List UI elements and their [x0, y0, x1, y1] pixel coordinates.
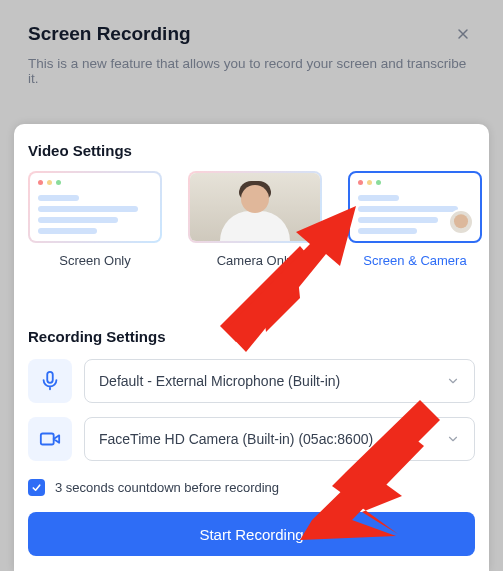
svg-rect-0: [47, 372, 53, 383]
settings-panel: Video Settings Screen Only Camer: [14, 124, 489, 571]
countdown-row: 3 seconds countdown before recording: [28, 479, 475, 496]
screen-camera-thumb: [348, 171, 482, 243]
camera-icon: [39, 428, 61, 450]
chevron-down-icon: [446, 432, 460, 446]
camera-only-thumb: [188, 171, 322, 243]
option-label: Camera Only: [217, 253, 294, 268]
camera-icon-box: [28, 417, 72, 461]
countdown-label: 3 seconds countdown before recording: [55, 480, 279, 495]
option-screen-only[interactable]: Screen Only: [28, 171, 162, 268]
camera-value: FaceTime HD Camera (Built-in) (05ac:8600…: [99, 431, 373, 447]
camera-row: FaceTime HD Camera (Built-in) (05ac:8600…: [28, 417, 475, 461]
microphone-value: Default - External Microphone (Built-in): [99, 373, 340, 389]
modal-header: Screen Recording This is a new feature t…: [0, 0, 503, 102]
page-title: Screen Recording: [28, 23, 191, 45]
option-screen-and-camera[interactable]: Screen & Camera: [348, 171, 482, 268]
svg-rect-1: [41, 434, 54, 445]
microphone-icon-box: [28, 359, 72, 403]
microphone-icon: [39, 370, 61, 392]
video-settings-title: Video Settings: [28, 142, 475, 159]
microphone-row: Default - External Microphone (Built-in): [28, 359, 475, 403]
page-subtitle: This is a new feature that allows you to…: [28, 56, 475, 86]
option-label: Screen & Camera: [363, 253, 466, 268]
camera-select[interactable]: FaceTime HD Camera (Built-in) (05ac:8600…: [84, 417, 475, 461]
screen-only-thumb: [28, 171, 162, 243]
close-icon: [455, 26, 471, 42]
start-recording-button[interactable]: Start Recording: [28, 512, 475, 556]
option-camera-only[interactable]: Camera Only: [188, 171, 322, 268]
chevron-down-icon: [446, 374, 460, 388]
avatar-icon: [448, 209, 474, 235]
option-label: Screen Only: [59, 253, 131, 268]
video-options: Screen Only Camera Only: [28, 171, 475, 268]
recording-settings-title: Recording Settings: [28, 328, 475, 345]
check-icon: [31, 482, 42, 493]
close-button[interactable]: [451, 22, 475, 46]
countdown-checkbox[interactable]: [28, 479, 45, 496]
microphone-select[interactable]: Default - External Microphone (Built-in): [84, 359, 475, 403]
